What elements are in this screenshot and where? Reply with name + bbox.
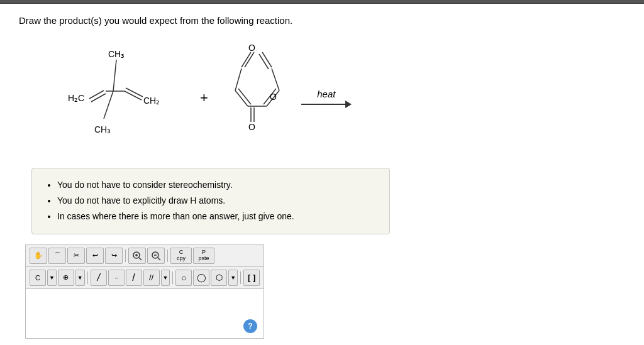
svg-text:H₂C: H₂C [68, 93, 84, 103]
separator [172, 271, 173, 284]
zoom-out-tool[interactable] [147, 248, 165, 264]
paste-tool[interactable]: Ppste [193, 248, 214, 264]
svg-line-6 [125, 91, 142, 100]
svg-line-2 [89, 90, 104, 99]
separator [125, 249, 126, 262]
ring1-tool[interactable]: ○ [175, 270, 192, 286]
svg-line-7 [126, 88, 143, 97]
svg-text:O: O [270, 92, 277, 102]
eraser-tool[interactable]: ✂ [67, 248, 85, 264]
toolbar-bottom: C ▼ ⊕ ▼ / ··· / // ▼ ○ ◯ ⬡ ▼ [ ] [25, 266, 264, 288]
svg-line-20 [272, 68, 279, 90]
molecule-diene: CH₃ H₂C CH₂ CH₃ [57, 43, 176, 146]
svg-text:O: O [248, 122, 255, 132]
hints-box: You do not have to consider stereochemis… [31, 168, 390, 234]
copy-tool[interactable]: Ccpy [170, 248, 192, 264]
undo-tool[interactable]: ↩ [86, 248, 104, 264]
single-bond-tool[interactable]: / [91, 270, 107, 286]
bracket-tool[interactable]: [ ] [243, 270, 260, 286]
reaction-arrow [301, 101, 352, 108]
chain-tool[interactable]: ··· [108, 270, 125, 286]
separator [240, 271, 241, 284]
heat-arrow-container: heat [301, 89, 352, 108]
ring3-tool[interactable]: ⬡ [211, 270, 227, 286]
separator [87, 271, 88, 284]
add-atom-tool[interactable]: ⊕ [58, 270, 74, 286]
svg-line-21 [262, 52, 272, 67]
single-bond2-tool[interactable]: / [126, 270, 142, 286]
hint-item: You do not have to consider stereochemis… [57, 177, 377, 193]
svg-text:CH₃: CH₃ [108, 49, 125, 59]
toolbar-top: ✋ ⌒ ✂ ↩ ↪ Ccpy Ppste [25, 244, 264, 266]
ring-dropdown[interactable]: ▼ [228, 270, 238, 286]
redo-tool[interactable]: ↪ [105, 248, 123, 264]
svg-line-22 [259, 54, 269, 69]
svg-line-14 [235, 68, 242, 90]
svg-line-28 [139, 258, 142, 260]
ring2-tool[interactable]: ◯ [193, 270, 209, 286]
bond-dropdown[interactable]: ▼ [161, 270, 170, 286]
drawing-area[interactable]: ? [25, 288, 264, 339]
help-button[interactable]: ? [243, 319, 257, 333]
main-content: Draw the product(s) you would expect fro… [0, 4, 644, 345]
separator [167, 249, 168, 262]
zoom-in-tool[interactable] [128, 248, 146, 264]
plus-sign: + [200, 90, 208, 106]
hint-item: In cases where there is more than one an… [57, 209, 377, 224]
svg-text:O: O [248, 43, 255, 53]
add-dropdown[interactable]: ▼ [75, 270, 85, 286]
svg-line-3 [91, 94, 106, 102]
svg-text:CH₂: CH₂ [143, 96, 160, 106]
svg-text:CH₃: CH₃ [94, 124, 111, 134]
question-text: Draw the product(s) you would expect fro… [19, 15, 625, 26]
carbon-tool[interactable]: C [30, 270, 46, 286]
reaction-container: CH₃ H₂C CH₂ CH₃ + [57, 37, 625, 153]
hint-item: You do not have to explicitly draw H ato… [57, 193, 377, 209]
double-bond-tool[interactable]: // [143, 270, 160, 286]
hints-list: You do not have to consider stereochemis… [45, 177, 377, 225]
heat-label: heat [317, 89, 335, 99]
svg-line-9 [104, 91, 113, 119]
molecule-dienophile: O O [219, 37, 289, 153]
carbon-dropdown[interactable]: ▼ [47, 270, 57, 286]
arrow-head [345, 101, 352, 108]
svg-line-32 [158, 258, 160, 260]
arrow-shaft [301, 104, 345, 105]
lasso-tool[interactable]: ⌒ [48, 248, 66, 264]
hand-tool[interactable]: ✋ [30, 248, 47, 264]
svg-line-5 [113, 60, 116, 91]
